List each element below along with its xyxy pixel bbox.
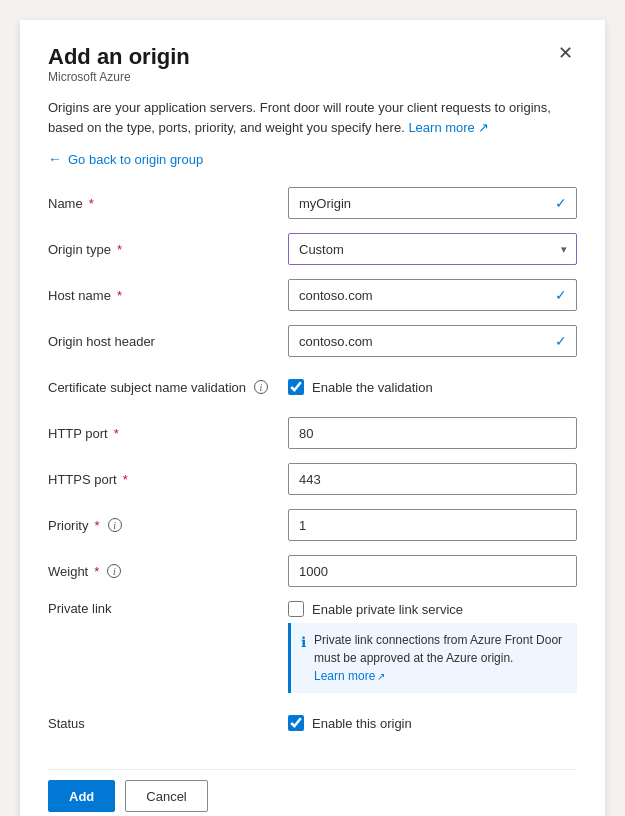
priority-label: Priority * i [48, 518, 288, 533]
weight-label: Weight * i [48, 564, 288, 579]
host-name-required: * [117, 288, 122, 303]
origin-host-header-row: Origin host header ✓ [48, 325, 577, 357]
http-port-control [288, 417, 577, 449]
https-port-control [288, 463, 577, 495]
description-learn-more-link[interactable]: Learn more ↗ [408, 120, 489, 135]
priority-required: * [94, 518, 99, 533]
description-text: Origins are your application servers. Fr… [48, 98, 577, 137]
weight-info-icon[interactable]: i [107, 564, 121, 578]
external-link-icon: ↗ [478, 120, 489, 135]
footer-buttons: Add Cancel [48, 769, 577, 812]
host-name-input[interactable] [288, 279, 577, 311]
name-required: * [89, 196, 94, 211]
origin-type-required: * [117, 242, 122, 257]
priority-input[interactable] [288, 509, 577, 541]
origin-type-control: Custom Storage App service ▾ [288, 233, 577, 265]
add-origin-panel: Add an origin Microsoft Azure ✕ Origins … [20, 20, 605, 816]
status-checkbox[interactable] [288, 715, 304, 731]
back-to-origin-group-button[interactable]: ← Go back to origin group [48, 151, 577, 167]
http-port-row: HTTP port * [48, 417, 577, 449]
priority-control [288, 509, 577, 541]
private-link-checkbox-label: Enable private link service [312, 602, 463, 617]
host-name-label: Host name * [48, 288, 288, 303]
name-label: Name * [48, 196, 288, 211]
cert-validation-checkbox-row: Enable the validation [288, 379, 577, 395]
form-body: Name * ✓ Origin type * Custom Storage Ap… [48, 187, 577, 769]
cert-validation-label: Certificate subject name validation i [48, 380, 288, 395]
https-port-row: HTTPS port * [48, 463, 577, 495]
cert-validation-info-icon[interactable]: i [254, 380, 268, 394]
add-button[interactable]: Add [48, 780, 115, 812]
status-checkbox-label: Enable this origin [312, 716, 412, 731]
cancel-button[interactable]: Cancel [125, 780, 207, 812]
origin-type-row: Origin type * Custom Storage App service… [48, 233, 577, 265]
private-link-info-block: ℹ Private link connections from Azure Fr… [288, 623, 577, 693]
weight-row: Weight * i [48, 555, 577, 587]
http-port-label: HTTP port * [48, 426, 288, 441]
http-port-required: * [114, 426, 119, 441]
weight-control [288, 555, 577, 587]
cert-validation-checkbox-label: Enable the validation [312, 380, 433, 395]
name-row: Name * ✓ [48, 187, 577, 219]
status-checkbox-row: Enable this origin [288, 715, 577, 731]
private-link-label: Private link [48, 601, 288, 616]
cert-validation-control: Enable the validation [288, 379, 577, 395]
cert-validation-checkbox[interactable] [288, 379, 304, 395]
panel-header: Add an origin Microsoft Azure ✕ [48, 44, 577, 96]
panel-title-group: Add an origin Microsoft Azure [48, 44, 190, 96]
priority-info-icon[interactable]: i [108, 518, 122, 532]
private-link-control: Enable private link service ℹ Private li… [288, 601, 577, 693]
panel-title: Add an origin [48, 44, 190, 70]
private-link-row: Private link Enable private link service… [48, 601, 577, 693]
weight-input[interactable] [288, 555, 577, 587]
private-link-learn-more-link[interactable]: Learn more ↗ [314, 667, 385, 685]
name-input[interactable] [288, 187, 577, 219]
private-link-ext-icon: ↗ [377, 669, 385, 684]
status-row: Status Enable this origin [48, 707, 577, 739]
info-circle-icon: ℹ [301, 632, 306, 653]
priority-row: Priority * i [48, 509, 577, 541]
host-name-control: ✓ [288, 279, 577, 311]
origin-type-label: Origin type * [48, 242, 288, 257]
close-button[interactable]: ✕ [554, 44, 577, 62]
origin-type-select[interactable]: Custom Storage App service [288, 233, 577, 265]
origin-host-header-input[interactable] [288, 325, 577, 357]
https-port-label: HTTPS port * [48, 472, 288, 487]
status-control: Enable this origin [288, 715, 577, 731]
private-link-info-text: Private link connections from Azure Fron… [314, 631, 567, 685]
origin-host-header-label: Origin host header [48, 334, 288, 349]
status-label: Status [48, 716, 288, 731]
name-control: ✓ [288, 187, 577, 219]
cert-validation-row: Certificate subject name validation i En… [48, 371, 577, 403]
private-link-checkbox-row: Enable private link service [288, 601, 577, 617]
weight-required: * [94, 564, 99, 579]
panel-subtitle: Microsoft Azure [48, 70, 190, 84]
http-port-input[interactable] [288, 417, 577, 449]
back-arrow-icon: ← [48, 151, 62, 167]
private-link-checkbox[interactable] [288, 601, 304, 617]
https-port-required: * [123, 472, 128, 487]
origin-host-header-control: ✓ [288, 325, 577, 357]
https-port-input[interactable] [288, 463, 577, 495]
host-name-row: Host name * ✓ [48, 279, 577, 311]
